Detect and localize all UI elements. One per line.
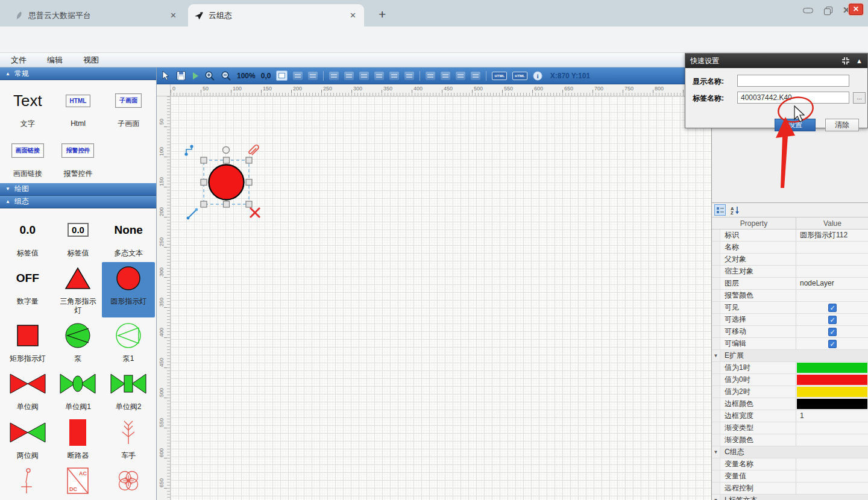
align-left-icon[interactable] — [329, 72, 339, 80]
preview-html-icon[interactable]: HTML — [512, 72, 527, 80]
color-swatch[interactable] — [797, 363, 867, 373]
palette-item-断路器[interactable]: 断路器 — [53, 419, 104, 460]
property-value[interactable] — [796, 422, 868, 434]
categorized-view-icon[interactable] — [714, 204, 726, 216]
property-row[interactable]: 变量名称 — [712, 458, 868, 470]
property-value[interactable]: ✓ — [796, 302, 868, 313]
property-value[interactable]: 1 — [796, 410, 868, 422]
circle-indicator-shape[interactable] — [209, 165, 244, 200]
property-value[interactable]: ✓ — [796, 338, 868, 349]
property-row[interactable]: 标识圆形指示灯112 — [712, 230, 868, 242]
run-icon[interactable] — [192, 72, 199, 80]
property-row[interactable]: 值为0时 — [712, 374, 868, 386]
property-value[interactable]: 圆形指示灯112 — [796, 230, 868, 241]
info-circle-icon[interactable]: i — [533, 71, 542, 81]
property-value[interactable]: nodeLayer — [796, 278, 868, 289]
property-row[interactable]: 可编辑✓ — [712, 338, 868, 350]
palette-item-标签值[interactable]: 0.0标签值 — [2, 217, 53, 257]
palette-section-绘图[interactable]: ▼绘图 — [0, 183, 156, 196]
property-value[interactable] — [796, 434, 868, 446]
tag-browse-button[interactable]: ... — [853, 92, 866, 104]
property-value[interactable] — [796, 362, 868, 373]
palette-item-圆形指示灯[interactable]: 圆形指示灯 — [102, 262, 155, 317]
property-value[interactable] — [796, 386, 868, 398]
property-value[interactable] — [796, 458, 868, 470]
palette-item-多态文本[interactable]: None多态文本 — [103, 217, 154, 257]
property-row[interactable]: 渐变类型 — [712, 422, 868, 434]
zoom-in-icon[interactable] — [204, 70, 215, 81]
palette-section-常规[interactable]: ▲常规 — [0, 67, 156, 80]
copy-icon[interactable] — [293, 72, 303, 80]
tab-close-icon[interactable]: ✕ — [168, 11, 178, 20]
property-value[interactable] — [796, 398, 868, 410]
palette-item-Html[interactable]: HTMLHtml — [53, 87, 104, 128]
align-bottom-icon[interactable] — [404, 72, 414, 80]
property-row[interactable]: 报警颜色 — [712, 290, 868, 302]
property-row[interactable]: 父对象 — [712, 254, 868, 266]
checkbox-checked[interactable]: ✓ — [828, 328, 837, 336]
tab-scada-editor[interactable]: 云组态 ✕ — [188, 4, 364, 27]
save-icon[interactable] — [176, 70, 186, 81]
property-value[interactable] — [796, 470, 868, 482]
property-value[interactable] — [796, 374, 868, 386]
property-row[interactable]: 渐变颜色 — [712, 434, 868, 446]
checkbox-checked[interactable]: ✓ — [828, 316, 837, 324]
color-swatch[interactable] — [797, 399, 867, 409]
property-group-row[interactable]: ▼L标签文本 — [712, 495, 868, 500]
color-swatch[interactable] — [797, 375, 867, 385]
palette-item-矩形指示灯[interactable]: 矩形指示灯 — [2, 322, 53, 363]
menu-item-2[interactable]: 视图 — [83, 55, 99, 66]
palette-item-刀闸[interactable]: 刀闸 — [2, 467, 53, 500]
property-group-row[interactable]: ▼C组态 — [712, 446, 868, 458]
property-row[interactable]: 远程控制 — [712, 483, 868, 495]
palette-item-数字量[interactable]: OFF数字量 — [2, 265, 53, 314]
property-value[interactable]: ✓ — [796, 314, 868, 325]
group-collapse-icon[interactable]: ▼ — [712, 495, 720, 500]
palette-item-单位阀[interactable]: 单位阀 — [2, 370, 53, 411]
palette-item-单位阀1[interactable]: 单位阀1 — [53, 370, 104, 411]
select-cursor-icon[interactable] — [162, 70, 171, 81]
property-group-row[interactable]: ▼E扩展 — [712, 350, 868, 362]
paste-icon[interactable] — [308, 72, 318, 80]
color-swatch[interactable] — [797, 387, 867, 397]
palette-item-单位阀2[interactable]: 单位阀2 — [103, 370, 154, 411]
checkbox-checked[interactable]: ✓ — [828, 304, 837, 312]
attach-tool-icon[interactable] — [249, 145, 259, 155]
display-name-input[interactable] — [737, 75, 849, 87]
zoom-out-icon[interactable] — [221, 70, 231, 81]
palette-item-标签值[interactable]: 0.0标签值 — [53, 217, 104, 257]
property-row[interactable]: 可选择✓ — [712, 314, 868, 326]
property-row[interactable]: 边框宽度1 — [712, 410, 868, 422]
tab-dashboard[interactable]: 思普云大数据平台 ✕ — [8, 4, 184, 27]
panel-pin-icon[interactable] — [841, 57, 850, 65]
property-row[interactable]: 图层nodeLayer — [712, 278, 868, 290]
set-button[interactable]: 设置 — [775, 119, 816, 131]
rotate-handle[interactable] — [223, 147, 230, 154]
palette-item-泵1[interactable]: 泵1 — [103, 322, 154, 363]
property-value[interactable] — [796, 254, 868, 265]
palette-item-PT[interactable]: PT — [103, 467, 154, 500]
property-row[interactable]: 值为1时 — [712, 362, 868, 374]
menu-item-1[interactable]: 编辑 — [47, 55, 63, 66]
line-tool-icon[interactable] — [187, 208, 198, 220]
distribute-icon[interactable] — [471, 72, 480, 80]
property-row[interactable]: 变量值 — [712, 470, 868, 483]
align-center-icon[interactable] — [344, 72, 354, 80]
connect-tool-icon[interactable] — [184, 145, 193, 155]
property-value[interactable] — [796, 290, 868, 301]
property-value[interactable]: ✓ — [796, 326, 868, 337]
palette-section-组态[interactable]: ▲组态 — [0, 196, 156, 208]
tab-close-icon[interactable]: ✕ — [348, 11, 358, 20]
palette-item-车手[interactable]: 车手 — [103, 419, 154, 460]
checkbox-checked[interactable]: ✓ — [828, 340, 837, 348]
design-canvas[interactable] — [171, 96, 711, 500]
export-html-icon[interactable]: HTML — [492, 72, 507, 80]
palette-item-逆变器[interactable]: ACDC逆变器 — [53, 467, 104, 500]
palette-item-泵[interactable]: 泵 — [53, 322, 104, 363]
align-top-icon[interactable] — [374, 72, 384, 80]
palette-item-三角形指示灯[interactable]: 三角形指示灯 — [53, 265, 104, 314]
property-row[interactable]: 名称 — [712, 242, 868, 254]
property-row[interactable]: 宿主对象 — [712, 266, 868, 278]
panel-collapse-icon[interactable]: ▲ — [856, 57, 863, 64]
group-collapse-icon[interactable]: ▼ — [712, 446, 720, 458]
